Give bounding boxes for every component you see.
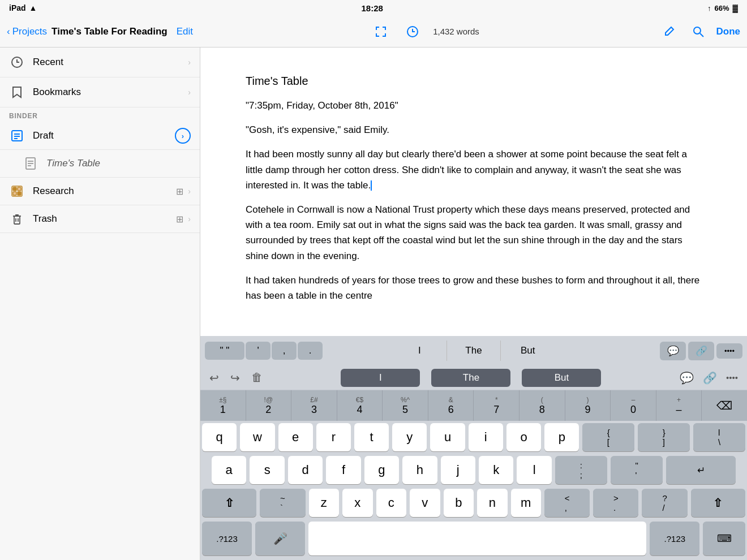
num-switch-left[interactable]: .?123 bbox=[202, 522, 252, 555]
key-a[interactable]: a bbox=[212, 456, 246, 484]
key-r[interactable]: r bbox=[316, 423, 351, 451]
sidebar-item-trash[interactable]: Trash ⊞ › bbox=[0, 205, 200, 233]
shift-right-key[interactable]: ⇧ bbox=[691, 489, 745, 517]
sidebar-item-recent[interactable]: Recent › bbox=[0, 48, 200, 77]
pred-word-suggestions: I The But bbox=[393, 341, 555, 361]
space-key[interactable] bbox=[308, 522, 646, 555]
redo-button[interactable]: ↪ bbox=[230, 371, 240, 385]
key-g[interactable]: g bbox=[364, 456, 399, 484]
key-9[interactable]: )9 bbox=[565, 390, 611, 421]
pred-word-i[interactable]: I bbox=[393, 341, 447, 361]
key-t[interactable]: t bbox=[354, 423, 389, 451]
return-key[interactable]: ↵ bbox=[666, 456, 736, 484]
key-gt[interactable]: >. bbox=[593, 489, 638, 517]
key-m[interactable]: m bbox=[511, 489, 542, 517]
draft-expand-icon[interactable]: › bbox=[175, 128, 191, 144]
delete-icon-button[interactable]: 🗑 bbox=[251, 371, 263, 384]
pred-apostrophe-btn[interactable]: ' bbox=[246, 342, 271, 360]
key-quote[interactable]: "' bbox=[611, 456, 663, 484]
paragraph-1: "7:35pm, Friday, October 8th, 2016" bbox=[246, 98, 702, 113]
key-lt[interactable]: <, bbox=[544, 489, 590, 517]
key-b[interactable]: b bbox=[444, 489, 474, 517]
key-8[interactable]: (8 bbox=[520, 390, 565, 421]
key-z[interactable]: z bbox=[309, 489, 340, 517]
key-3[interactable]: £#3 bbox=[291, 390, 337, 421]
done-button[interactable]: Done bbox=[716, 26, 741, 37]
back-button[interactable]: ‹ Projects bbox=[7, 26, 47, 37]
recent-chevron-icon: › bbox=[188, 58, 191, 67]
key-h[interactable]: h bbox=[402, 456, 437, 484]
link-icon-btn[interactable]: 🔗 bbox=[688, 342, 714, 360]
key-y[interactable]: y bbox=[392, 423, 427, 451]
shift-left-key[interactable]: ⇧ bbox=[202, 489, 256, 517]
key-v[interactable]: v bbox=[410, 489, 440, 517]
key-tilde[interactable]: ~` bbox=[260, 489, 305, 517]
trash-right: ⊞ › bbox=[176, 214, 191, 225]
key-i[interactable]: i bbox=[469, 423, 503, 451]
status-left: iPad ▲ bbox=[9, 3, 37, 12]
key-4[interactable]: €$4 bbox=[337, 390, 383, 421]
edit-button[interactable]: Edit bbox=[177, 26, 193, 37]
keyboard-icon-key[interactable]: ⌨ bbox=[703, 522, 745, 555]
pred-period-btn[interactable]: . bbox=[298, 342, 323, 360]
undo-pred-the[interactable]: The bbox=[431, 369, 510, 387]
key-question[interactable]: ?/ bbox=[642, 489, 687, 517]
more-icon-btn[interactable]: •••• bbox=[716, 343, 742, 359]
comment-toolbar-icon[interactable]: 💬 bbox=[680, 371, 694, 385]
key-w[interactable]: w bbox=[240, 423, 274, 451]
main-layout: Recent › Bookmarks › BINDER Draft bbox=[0, 48, 747, 560]
key-c[interactable]: c bbox=[376, 489, 407, 517]
nav-center: 1,432 words bbox=[199, 20, 650, 43]
key-curly-brace-close[interactable]: }] bbox=[638, 423, 690, 451]
key-0[interactable]: –0 bbox=[611, 390, 656, 421]
key-o[interactable]: o bbox=[506, 423, 541, 451]
annotate-button[interactable] bbox=[658, 20, 680, 43]
key-minus[interactable]: +– bbox=[656, 390, 702, 421]
expand-button[interactable] bbox=[370, 20, 392, 43]
undo-pred-i[interactable]: I bbox=[341, 369, 420, 387]
search-button[interactable] bbox=[687, 20, 710, 43]
key-7[interactable]: *7 bbox=[474, 390, 520, 421]
key-row-3: ⇧ ~` z x c v b n m <, >. ?/ ⇧ bbox=[200, 486, 747, 519]
link-toolbar-icon[interactable]: 🔗 bbox=[703, 371, 717, 385]
pred-word-the[interactable]: The bbox=[447, 341, 501, 361]
key-q[interactable]: q bbox=[202, 423, 237, 451]
key-k[interactable]: k bbox=[479, 456, 513, 484]
num-switch-right[interactable]: .?123 bbox=[650, 522, 699, 555]
key-delete[interactable]: ⌫ bbox=[702, 390, 747, 421]
key-n[interactable]: n bbox=[477, 489, 508, 517]
key-s[interactable]: s bbox=[250, 456, 284, 484]
pred-comma-btn[interactable]: , bbox=[272, 342, 297, 360]
paragraph-2: "Gosh, it's expensive," said Emily. bbox=[246, 122, 702, 137]
key-5[interactable]: %^5 bbox=[383, 390, 428, 421]
key-pipe[interactable]: l\ bbox=[693, 423, 745, 451]
key-j[interactable]: j bbox=[441, 456, 475, 484]
pred-word-but[interactable]: But bbox=[501, 341, 555, 361]
key-curly-brace[interactable]: {[ bbox=[582, 423, 634, 451]
mic-key[interactable]: 🎤 bbox=[255, 522, 305, 555]
key-f[interactable]: f bbox=[326, 456, 360, 484]
key-e[interactable]: e bbox=[278, 423, 313, 451]
key-p[interactable]: p bbox=[544, 423, 579, 451]
key-l[interactable]: l bbox=[517, 456, 551, 484]
key-6[interactable]: &6 bbox=[428, 390, 474, 421]
sidebar-item-research[interactable]: Research ⊞ › bbox=[0, 178, 200, 205]
undo-pred-but[interactable]: But bbox=[522, 369, 601, 387]
svg-rect-14 bbox=[18, 187, 21, 191]
sidebar-item-bookmarks[interactable]: Bookmarks › bbox=[0, 77, 200, 107]
sidebar-item-times-table[interactable]: Time's Table bbox=[0, 150, 200, 178]
trash-chevron-icon: › bbox=[188, 214, 191, 223]
key-semicolon[interactable]: :; bbox=[555, 456, 607, 484]
key-d[interactable]: d bbox=[288, 456, 323, 484]
sidebar-item-draft[interactable]: Draft › bbox=[0, 122, 200, 150]
key-2[interactable]: !@2 bbox=[246, 390, 292, 421]
history-button[interactable] bbox=[401, 20, 424, 43]
undo-button[interactable]: ↩ bbox=[209, 371, 219, 385]
comment-icon-btn[interactable]: 💬 bbox=[660, 342, 686, 360]
key-x[interactable]: x bbox=[342, 489, 373, 517]
more-toolbar-icon[interactable]: •••• bbox=[726, 373, 738, 382]
key-u[interactable]: u bbox=[430, 423, 465, 451]
status-bar: iPad ▲ 18:28 ↑ 66% ▓ bbox=[0, 0, 747, 16]
key-1[interactable]: ±§1 bbox=[200, 390, 246, 421]
pred-quote-btn[interactable]: " " bbox=[205, 342, 244, 360]
